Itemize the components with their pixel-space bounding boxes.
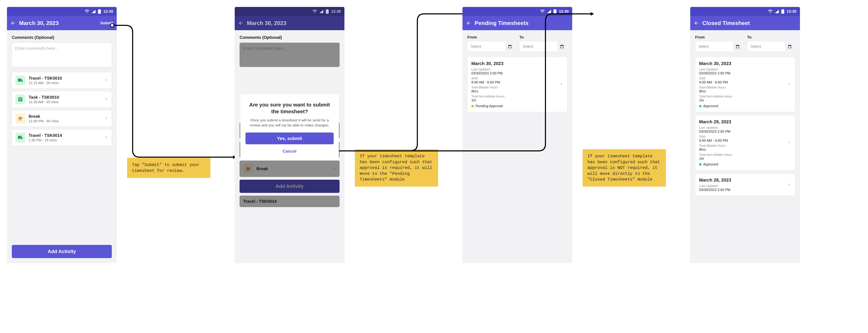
status-bar: 12:30 xyxy=(462,7,572,16)
timesheet-card[interactable]: March 30, 2023 Last Updated 03/30/2023 2… xyxy=(467,57,567,112)
activity-card[interactable]: Travel - TSK0010 11:15 AM - 20 mins xyxy=(12,72,112,89)
to-date-input[interactable]: Select xyxy=(747,41,795,52)
chevron-right-icon xyxy=(104,135,108,140)
activity-title: Travel - TSK0014 xyxy=(29,133,101,138)
chevron-right-icon xyxy=(787,82,791,87)
signal-icon xyxy=(775,10,779,13)
coffee-icon xyxy=(16,113,25,123)
wifi-icon xyxy=(540,10,545,13)
label: Last Updated xyxy=(699,126,787,130)
activity-card[interactable]: Break 12:30 PM - 60 mins xyxy=(12,110,112,127)
screen-pending-timesheets: 12:30 Pending Timesheets From Select To … xyxy=(462,7,572,263)
label: Last Updated xyxy=(699,68,787,71)
value: 9:00 AM - 6:00 PM xyxy=(699,139,787,142)
calendar-icon[interactable] xyxy=(557,42,566,51)
activity-card[interactable]: Task - TSK0010 11:35 AM - 45 mins xyxy=(12,91,112,107)
from-label: From xyxy=(467,35,515,39)
back-icon[interactable] xyxy=(694,21,699,26)
to-label: To xyxy=(747,35,795,39)
value: 8hrs xyxy=(699,89,787,93)
value: 9:00 AM - 6:00 PM xyxy=(471,80,559,84)
status-dot-icon xyxy=(699,163,702,166)
activity-card[interactable]: Travel - TSK0014 1:30 PM - 25 mins xyxy=(12,129,112,146)
app-bar: March 30, 2023 Submit xyxy=(7,16,117,30)
cancel-button[interactable]: Cancel xyxy=(245,147,334,156)
activity-sub: 11:35 AM - 45 mins xyxy=(29,100,101,104)
value: 03/30/2023 2:00 PM xyxy=(699,71,787,75)
status-dot-icon xyxy=(699,105,702,107)
status-time: 12:30 xyxy=(559,9,569,14)
value: 1hr xyxy=(471,98,559,102)
timesheet-date: March 30, 2023 xyxy=(471,61,559,66)
chevron-right-icon xyxy=(104,78,108,82)
page-title: March 30, 2023 xyxy=(19,20,97,26)
comments-input[interactable]: Enter comments here... xyxy=(12,43,112,67)
truck-icon xyxy=(16,133,25,142)
status-time: 12:30 xyxy=(103,9,113,14)
timesheet-date: March 30, 2023 xyxy=(699,61,787,66)
timesheet-date: March 28, 2023 xyxy=(699,177,787,183)
activity-sub: 12:30 PM - 60 mins xyxy=(29,119,101,123)
timesheet-card[interactable]: March 30, 2023 Last Updated 03/30/2023 2… xyxy=(695,57,795,112)
value: 9:00 AM - 6:00 PM xyxy=(699,80,787,84)
app-bar: Pending Timesheets xyxy=(462,16,572,30)
label: Shift xyxy=(699,77,787,80)
back-icon[interactable] xyxy=(466,21,471,26)
status-text: Approved xyxy=(703,162,718,166)
from-date-input[interactable]: Select xyxy=(467,41,515,52)
calendar-icon[interactable] xyxy=(733,42,742,51)
dialog-body: Once you submit a timesheet it will be s… xyxy=(245,118,334,128)
to-date-input[interactable]: Select xyxy=(519,41,567,52)
value: 03/30/2023 2:00 PM xyxy=(471,71,559,75)
from-label: From xyxy=(695,35,743,39)
timesheet-card[interactable]: March 29, 2023 Last Updated 03/30/2023 2… xyxy=(695,115,795,170)
add-activity-button[interactable]: Add Activity xyxy=(12,245,112,258)
annotation-note: If your timesheet template has been conf… xyxy=(583,149,666,187)
status-dot-icon xyxy=(471,105,474,107)
label: Total Non-billable Hours xyxy=(471,95,559,98)
back-icon[interactable] xyxy=(10,21,16,26)
page-title: Closed Timesheet xyxy=(702,20,797,26)
wifi-icon xyxy=(768,10,773,13)
chevron-right-icon xyxy=(787,140,791,145)
status-time: 12:30 xyxy=(787,9,797,14)
status-bar: 12:30 xyxy=(690,7,800,16)
chevron-right-icon xyxy=(104,116,108,121)
dialog-title: Are you sure you want to submit the time… xyxy=(245,101,334,115)
activity-title: Travel - TSK0010 xyxy=(29,76,101,81)
activity-title: Task - TSK0010 xyxy=(29,95,101,100)
calendar-icon[interactable] xyxy=(785,42,794,51)
page-title: Pending Timesheets xyxy=(475,20,569,26)
status-text: Pending Approval xyxy=(475,104,503,108)
activity-title: Break xyxy=(29,114,101,119)
label: Shift xyxy=(699,135,787,139)
value: 03/30/2023 2:00 PM xyxy=(699,188,787,192)
label: Total Non-billable Hours xyxy=(699,95,787,98)
from-date-input[interactable]: Select xyxy=(695,41,743,52)
screen-compose-timesheet: 12:30 March 30, 2023 Submit Comments (Op… xyxy=(7,7,117,263)
status-row: Pending Approval xyxy=(471,104,559,108)
status-bar: 12:30 xyxy=(7,7,117,16)
activity-sub: 11:15 AM - 20 mins xyxy=(29,81,101,85)
signal-icon xyxy=(92,10,95,13)
signal-icon xyxy=(547,10,551,13)
status-row: Approved xyxy=(699,162,787,166)
annotation-note: If your timesheet template has been conf… xyxy=(355,149,438,187)
app-bar: Closed Timesheet xyxy=(690,16,800,30)
comments-label: Comments (Optional) xyxy=(12,35,112,40)
chevron-right-icon xyxy=(104,97,108,102)
label: Last Updated xyxy=(699,184,787,188)
calendar-icon[interactable] xyxy=(505,42,515,51)
wifi-icon xyxy=(85,10,89,13)
chevron-right-icon xyxy=(559,82,563,87)
placeholder: Select xyxy=(471,44,481,49)
label: Total Billable Hours xyxy=(699,144,787,147)
status-row: Approved xyxy=(699,104,787,108)
screen-closed-timesheets: 12:30 Closed Timesheet From Select To Se… xyxy=(690,7,800,263)
value: 1hr xyxy=(699,157,787,161)
battery-icon xyxy=(98,9,101,14)
yes-submit-button[interactable]: Yes, submit xyxy=(245,133,334,144)
submit-button[interactable]: Submit xyxy=(100,21,113,25)
label: Shift xyxy=(471,77,559,80)
timesheet-card[interactable]: March 28, 2023 Last Updated 03/30/2023 2… xyxy=(695,173,795,196)
